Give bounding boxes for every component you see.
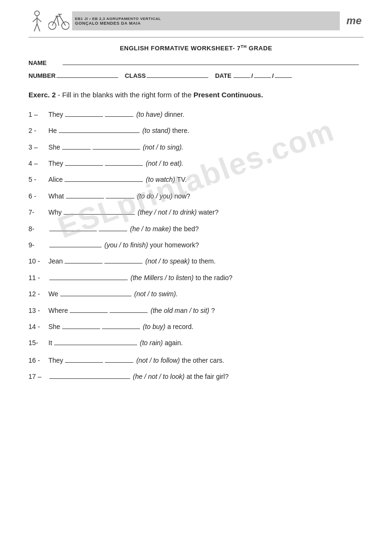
name-row: NAME <box>28 56 364 66</box>
banner-bottom-text: GONÇALO MENDES DA MAIA <box>75 21 340 26</box>
exercise-title: Exerc. 2 - Fill in the blanks with the r… <box>28 90 364 101</box>
blank-4a[interactable] <box>65 157 103 166</box>
logo-area: EB1 JI • EB 2,3 AGRUPAMENTO VERTICAL GON… <box>28 9 364 32</box>
blank-1a[interactable] <box>65 108 103 117</box>
blank-6a[interactable] <box>66 190 104 198</box>
item-14: 14 - She (to buy) a record. <box>28 320 364 332</box>
blank-12[interactable] <box>60 288 131 296</box>
blank-9[interactable] <box>49 239 102 247</box>
item-16: 16 - They (not / to follow) the other ca… <box>28 354 364 366</box>
blank-7[interactable] <box>64 206 135 215</box>
blank-6b[interactable] <box>106 190 134 198</box>
exercise-section: Exerc. 2 - Fill in the blanks with the r… <box>28 90 364 382</box>
item-17: 17 – (he / not / to look) at the fair gi… <box>28 370 364 382</box>
exercise-label: Exerc. 2 <box>28 91 56 99</box>
blank-15[interactable] <box>54 337 137 345</box>
header-divider <box>28 37 364 38</box>
blank-8a[interactable] <box>49 223 97 231</box>
date-year-line[interactable] <box>275 69 292 78</box>
svg-point-0 <box>35 11 39 16</box>
number-class-date-row: NUMBER CLASS DATE / / <box>28 69 364 79</box>
blank-11[interactable] <box>49 272 128 280</box>
form-section: NAME NUMBER CLASS DATE / / <box>28 56 364 79</box>
svg-line-4 <box>34 24 37 31</box>
item-9: 9- (you / to finish) your homework? <box>28 239 364 250</box>
item-2: 2 - He (to stand) there. <box>28 124 364 136</box>
blank-1b[interactable] <box>105 108 133 117</box>
name-input-line[interactable] <box>63 56 359 65</box>
item-4: 4 – They (not / to eat). <box>28 157 364 169</box>
svg-line-3 <box>37 18 41 22</box>
blank-16a[interactable] <box>65 354 103 363</box>
item-11: 11 - (the Millers / to listen) to the ra… <box>28 272 364 283</box>
item-15: 15- It (to rain) again. <box>28 337 364 348</box>
items-container: 1 – They (to have) dinner. 2 - He (to st… <box>28 108 364 382</box>
date-month-line[interactable] <box>254 69 271 78</box>
banner-top-text: EB1 JI • EB 2,3 AGRUPAMENTO VERTICAL <box>75 17 340 21</box>
item-12: 12 - We (not / to swim). <box>28 288 364 299</box>
blank-16b[interactable] <box>105 354 133 363</box>
header-logo-right: me <box>345 11 364 30</box>
blank-17[interactable] <box>49 370 130 379</box>
blank-3b[interactable] <box>93 141 140 150</box>
svg-line-8 <box>57 16 59 26</box>
svg-line-5 <box>37 24 40 31</box>
person-figure-icon <box>28 9 46 32</box>
blank-10a[interactable] <box>65 255 103 263</box>
bike-icon <box>48 11 69 30</box>
item-13: 13 - Where (the old man / to sit) ? <box>28 304 364 316</box>
blank-3a[interactable] <box>62 141 91 150</box>
header-banner: EB1 JI • EB 2,3 AGRUPAMENTO VERTICAL GON… <box>72 11 340 30</box>
item-6: 6 - What (to do / you) now? <box>28 190 364 201</box>
blank-8b[interactable] <box>99 223 127 231</box>
blank-14a[interactable] <box>62 320 100 329</box>
item-5: 5 - Alice (to watch) TV. <box>28 173 364 185</box>
number-label: NUMBER <box>28 72 56 79</box>
exercise-bold-phrase: Present Continuous. <box>194 91 263 99</box>
class-input-line[interactable] <box>147 69 208 78</box>
worksheet-title: ENGLISH FORMATIVE WORKSHEET- 7th Grade <box>28 44 364 52</box>
name-label: NAME <box>28 59 62 66</box>
date-label: DATE <box>215 72 231 79</box>
blank-2[interactable] <box>59 124 140 133</box>
blank-13a[interactable] <box>70 304 108 313</box>
item-8: 8- (he / to make) the bed? <box>28 223 364 234</box>
item-10: 10 - Jean (not / to speak) to them. <box>28 255 364 266</box>
svg-line-2 <box>33 18 37 22</box>
blank-14b[interactable] <box>102 320 140 329</box>
item-1: 1 – They (to have) dinner. <box>28 108 364 120</box>
item-3: 3 – She (not / to sing). <box>28 141 364 152</box>
class-label: CLASS <box>125 72 146 79</box>
blank-5[interactable] <box>65 173 143 182</box>
blank-10b[interactable] <box>104 255 142 263</box>
item-7: 7- Why (they / not / to drink) water? <box>28 206 364 217</box>
number-input-line[interactable] <box>56 69 118 78</box>
header: EB1 JI • EB 2,3 AGRUPAMENTO VERTICAL GON… <box>28 9 364 32</box>
blank-4b[interactable] <box>105 157 143 166</box>
blank-13b[interactable] <box>110 304 148 313</box>
date-day-line[interactable] <box>233 69 251 78</box>
page: EB1 JI • EB 2,3 AGRUPAMENTO VERTICAL GON… <box>0 0 392 555</box>
